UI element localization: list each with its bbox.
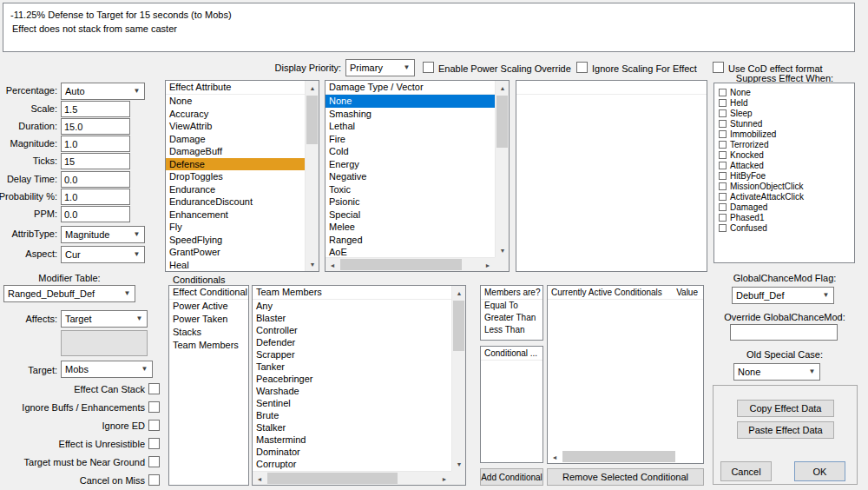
list-item[interactable]: None xyxy=(166,95,305,108)
list-item[interactable]: Greater Than xyxy=(481,312,542,324)
vertical-scrollbar[interactable]: ▲ ▼ xyxy=(451,286,465,471)
list-item[interactable]: Peacebringer xyxy=(253,373,451,385)
list-item[interactable]: Corruptor xyxy=(253,458,451,470)
probability-input[interactable] xyxy=(61,189,130,205)
checkbox[interactable] xyxy=(719,193,727,201)
scroll-thumb[interactable] xyxy=(340,259,462,270)
attrib-type-select[interactable]: Magnitude▼ xyxy=(61,226,145,243)
copy-effect-data-button[interactable]: Copy Effect Data xyxy=(737,400,834,417)
scroll-thumb[interactable] xyxy=(496,96,508,148)
suppress-option[interactable]: Terrorized xyxy=(717,139,852,149)
checkbox[interactable] xyxy=(719,182,727,190)
list-item[interactable]: Warshade xyxy=(253,385,451,397)
scroll-thumb[interactable] xyxy=(267,473,398,484)
list-item[interactable]: GrantPower xyxy=(166,246,305,259)
ticks-input[interactable] xyxy=(61,153,130,169)
suppress-option[interactable]: Attacked xyxy=(717,160,852,170)
list-item[interactable]: Less Than xyxy=(481,324,542,336)
checkbox[interactable] xyxy=(719,99,727,107)
list-item[interactable]: Ranged xyxy=(326,234,495,247)
scale-input[interactable] xyxy=(61,101,130,117)
checkbox[interactable] xyxy=(719,162,727,169)
list-item[interactable]: Toxic xyxy=(326,183,495,196)
checkbox[interactable] xyxy=(719,141,727,149)
checkbox[interactable] xyxy=(719,203,727,211)
ignore-ed-label[interactable]: Ignore ED xyxy=(0,420,145,431)
list-item[interactable]: Sentinel xyxy=(253,397,451,409)
scroll-down-icon[interactable]: ▼ xyxy=(306,257,319,271)
list-item[interactable]: Stalker xyxy=(253,421,451,434)
list-item[interactable]: Accuracy xyxy=(166,108,305,121)
magnitude-input[interactable] xyxy=(61,136,130,152)
suppress-option[interactable]: ActivateAttackClick xyxy=(717,191,852,202)
suppress-option[interactable]: MissionObjectClick xyxy=(717,181,852,191)
suppress-option[interactable]: Immobilized xyxy=(717,129,852,139)
list-item-selected[interactable]: None xyxy=(326,95,495,108)
list-item[interactable]: Equal To xyxy=(481,300,542,312)
list-item[interactable]: Damage xyxy=(166,133,305,146)
horizontal-scrollbar[interactable]: ◄ ► xyxy=(326,257,495,271)
ignore-ed-checkbox[interactable] xyxy=(148,420,160,431)
effect-is-unresistible-checkbox[interactable] xyxy=(148,438,160,449)
list-item[interactable]: Negative xyxy=(326,170,495,183)
affects-select[interactable]: Target▼ xyxy=(61,310,148,328)
duration-input[interactable] xyxy=(61,118,130,135)
list-item[interactable]: Mastermind xyxy=(253,434,451,446)
scroll-right-icon[interactable]: ► xyxy=(547,450,548,464)
list-item[interactable]: Any xyxy=(253,300,451,312)
delay-time-input[interactable] xyxy=(61,171,130,188)
suppress-option[interactable]: Stunned xyxy=(717,118,852,129)
scroll-left-icon[interactable]: ◄ xyxy=(253,472,266,486)
ignore-scaling-for-effect-label[interactable]: Ignore Scaling For Effect xyxy=(592,63,697,74)
list-item[interactable]: Enhancement xyxy=(166,209,305,222)
scroll-thumb[interactable] xyxy=(562,451,675,462)
vertical-scrollbar[interactable]: ▲ ▼ xyxy=(305,81,319,271)
effect-can-stack-checkbox[interactable] xyxy=(148,383,160,394)
modifier-table-select[interactable]: Ranged_Debuff_Def▼ xyxy=(3,285,135,302)
list-item[interactable]: Lethal xyxy=(326,120,495,133)
ignore-scaling-for-effect-checkbox[interactable] xyxy=(576,62,588,73)
list-item-selected[interactable]: Defense xyxy=(166,158,305,171)
list-item[interactable]: Blaster xyxy=(253,312,451,324)
list-item[interactable]: Dominator xyxy=(253,446,451,458)
suppress-option[interactable]: Confused xyxy=(717,222,852,233)
checkbox[interactable] xyxy=(719,89,727,96)
percentage-select[interactable]: Auto▼ xyxy=(61,83,145,100)
scroll-up-icon[interactable]: ▲ xyxy=(306,81,319,95)
horizontal-scrollbar[interactable]: ◄ ► xyxy=(253,471,451,485)
checkbox[interactable] xyxy=(719,151,727,159)
scroll-up-icon[interactable]: ▲ xyxy=(452,286,466,300)
effect-is-unresistible-label[interactable]: Effect is Unresistible xyxy=(0,439,145,449)
use-cod-effect-format-checkbox[interactable] xyxy=(713,62,724,73)
selected-vectors-list[interactable] xyxy=(516,80,707,272)
cancel-button[interactable]: Cancel xyxy=(720,461,772,481)
checkbox[interactable] xyxy=(719,120,727,128)
suppress-option[interactable]: Knocked xyxy=(717,149,852,160)
checkbox[interactable] xyxy=(719,130,727,138)
target-near-ground-checkbox[interactable] xyxy=(148,456,160,467)
list-item[interactable]: Tanker xyxy=(253,361,451,373)
suppress-option[interactable]: Held xyxy=(717,97,852,108)
list-item[interactable]: SpeedFlying xyxy=(166,234,305,247)
override-global-chance-mod-input[interactable] xyxy=(730,324,838,341)
list-item[interactable]: EnduranceDiscount xyxy=(166,195,305,209)
list-item[interactable]: Cold xyxy=(326,145,495,158)
list-item[interactable]: Defender xyxy=(253,336,451,348)
list-item[interactable]: Stacks xyxy=(169,326,248,339)
list-item[interactable]: Smashing xyxy=(326,108,495,121)
list-item[interactable]: Melee xyxy=(326,221,495,234)
list-item[interactable]: Controller xyxy=(253,324,451,336)
scroll-thumb[interactable] xyxy=(306,96,318,144)
ignore-buffs-enhancements-checkbox[interactable] xyxy=(148,401,160,413)
cancel-on-miss-label[interactable]: Cancel on Miss xyxy=(0,475,145,486)
effect-can-stack-label[interactable]: Effect Can Stack xyxy=(0,384,145,394)
scroll-right-icon[interactable]: ► xyxy=(481,258,495,272)
scroll-left-icon[interactable]: ◄ xyxy=(548,450,562,464)
scroll-thumb[interactable] xyxy=(453,301,464,351)
ok-button[interactable]: OK xyxy=(794,461,845,481)
list-item[interactable]: Heal xyxy=(166,259,305,272)
ppm-input[interactable] xyxy=(61,206,130,222)
list-item[interactable]: Team Members xyxy=(169,339,248,352)
list-item[interactable]: ViewAttrib xyxy=(166,120,305,133)
list-item[interactable]: Scrapper xyxy=(253,348,451,361)
